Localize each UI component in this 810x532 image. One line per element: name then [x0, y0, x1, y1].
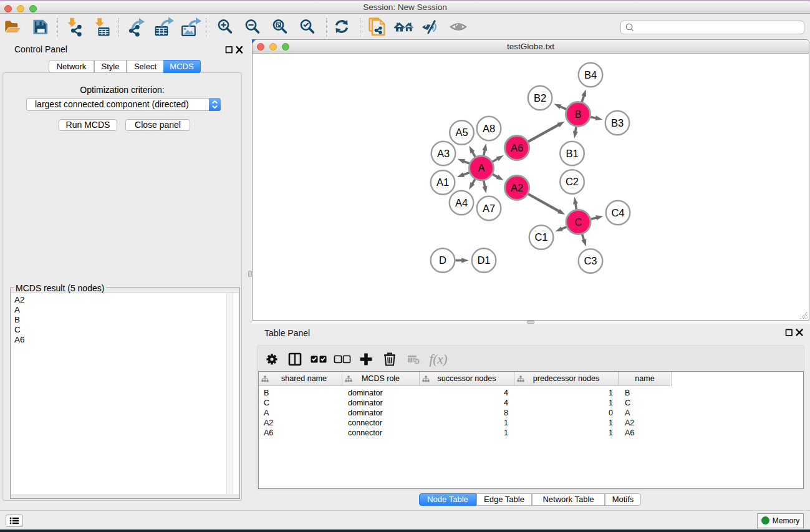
svg-text:C1: C1	[534, 231, 547, 243]
svg-text:C2: C2	[566, 176, 579, 187]
svg-text:B1: B1	[566, 148, 578, 159]
svg-text:B4: B4	[584, 69, 597, 80]
svg-text:A3: A3	[437, 148, 450, 159]
svg-text:A1: A1	[436, 177, 449, 188]
svg-text:D1: D1	[477, 254, 490, 266]
svg-text:D: D	[439, 254, 446, 266]
svg-text:A2: A2	[511, 182, 523, 193]
svg-text:A: A	[478, 162, 485, 173]
svg-text:A8: A8	[483, 123, 495, 134]
svg-text:C3: C3	[584, 255, 597, 266]
svg-text:A6: A6	[511, 142, 523, 153]
svg-text:f(x): f(x)	[429, 352, 447, 367]
svg-text:A7: A7	[483, 203, 495, 214]
svg-text:C: C	[575, 216, 582, 228]
svg-text:C4: C4	[611, 207, 624, 218]
svg-text:A5: A5	[455, 127, 468, 138]
svg-text:B: B	[574, 109, 581, 120]
svg-text:B2: B2	[534, 92, 546, 104]
svg-text:B3: B3	[611, 117, 624, 128]
svg-text:A4: A4	[455, 197, 468, 208]
